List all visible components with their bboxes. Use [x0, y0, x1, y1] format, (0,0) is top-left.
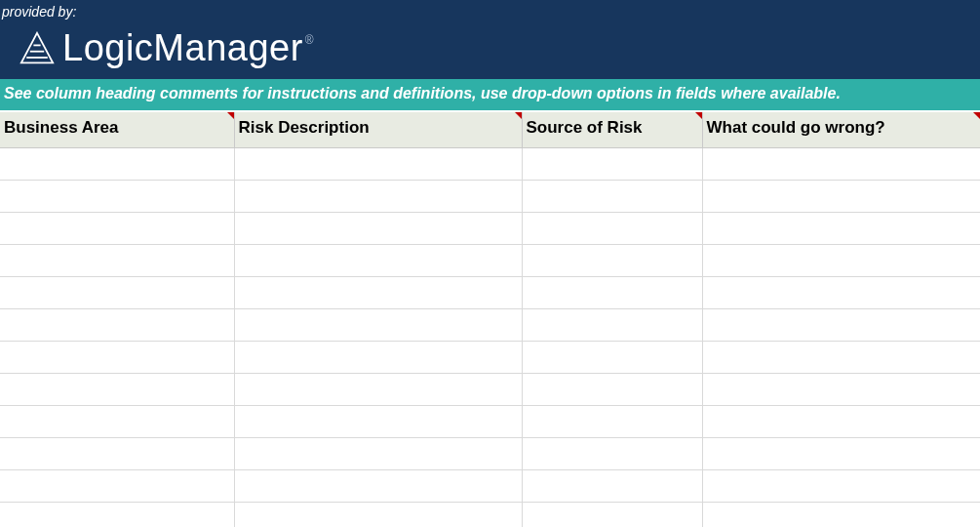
cell[interactable] [234, 213, 522, 245]
provided-by-label: provided by: [0, 4, 980, 21]
col-header-risk-description[interactable]: Risk Description [234, 112, 522, 148]
cell[interactable] [522, 245, 702, 277]
cell[interactable] [0, 342, 234, 374]
instruction-bar: See column heading comments for instruct… [0, 79, 980, 112]
cell[interactable] [0, 213, 234, 245]
logicmanager-logo-icon [20, 31, 55, 66]
col-header-source-of-risk[interactable]: Source of Risk [522, 112, 702, 148]
cell[interactable] [702, 181, 980, 213]
cell[interactable] [522, 277, 702, 309]
cell[interactable] [0, 503, 234, 528]
table-row [0, 342, 980, 374]
cell[interactable] [0, 470, 234, 503]
cell[interactable] [522, 148, 702, 181]
header-banner: provided by: LogicManager® [0, 0, 980, 79]
cell[interactable] [0, 309, 234, 342]
cell[interactable] [234, 277, 522, 309]
cell[interactable] [234, 309, 522, 342]
cell[interactable] [522, 406, 702, 438]
cell[interactable] [702, 374, 980, 406]
table-row [0, 213, 980, 245]
cell[interactable] [522, 438, 702, 470]
comment-marker-icon[interactable] [695, 112, 702, 119]
registered-mark: ® [305, 33, 314, 47]
comment-marker-icon[interactable] [227, 112, 234, 119]
cell[interactable] [702, 277, 980, 309]
col-header-label: Business Area [4, 118, 118, 137]
cell[interactable] [234, 374, 522, 406]
cell[interactable] [234, 406, 522, 438]
col-header-what-could-go-wrong[interactable]: What could go wrong? [702, 112, 980, 148]
table-row [0, 148, 980, 181]
cell[interactable] [234, 148, 522, 181]
cell[interactable] [702, 148, 980, 181]
cell[interactable] [0, 438, 234, 470]
cell[interactable] [234, 503, 522, 528]
cell[interactable] [702, 438, 980, 470]
risk-table: Business Area Risk Description Source of… [0, 112, 980, 527]
table-row [0, 374, 980, 406]
cell[interactable] [234, 438, 522, 470]
comment-marker-icon[interactable] [515, 112, 522, 119]
cell[interactable] [702, 470, 980, 503]
table-body [0, 148, 980, 528]
cell[interactable] [0, 277, 234, 309]
cell[interactable] [234, 245, 522, 277]
cell[interactable] [522, 342, 702, 374]
table-row [0, 470, 980, 503]
cell[interactable] [234, 342, 522, 374]
table-row [0, 438, 980, 470]
cell[interactable] [702, 245, 980, 277]
cell[interactable] [522, 503, 702, 528]
col-header-label: Source of Risk [527, 118, 643, 137]
cell[interactable] [234, 181, 522, 213]
cell[interactable] [0, 148, 234, 181]
cell[interactable] [702, 309, 980, 342]
table-row [0, 406, 980, 438]
cell[interactable] [522, 374, 702, 406]
logo-text-part1: Logic [62, 27, 153, 68]
cell[interactable] [522, 470, 702, 503]
cell[interactable] [0, 245, 234, 277]
logo-text-part2: Manager [153, 27, 302, 68]
cell[interactable] [0, 181, 234, 213]
cell[interactable] [234, 470, 522, 503]
cell[interactable] [0, 374, 234, 406]
col-header-label: Risk Description [239, 118, 370, 137]
cell[interactable] [702, 213, 980, 245]
table-row [0, 277, 980, 309]
table-row [0, 503, 980, 528]
logo-text: LogicManager® [62, 27, 314, 69]
cell[interactable] [0, 406, 234, 438]
table-row [0, 181, 980, 213]
col-header-business-area[interactable]: Business Area [0, 112, 234, 148]
cell[interactable] [702, 342, 980, 374]
table-row [0, 309, 980, 342]
comment-marker-icon[interactable] [973, 112, 980, 119]
cell[interactable] [522, 213, 702, 245]
cell[interactable] [522, 181, 702, 213]
cell[interactable] [702, 503, 980, 528]
col-header-label: What could go wrong? [707, 118, 885, 137]
cell[interactable] [702, 406, 980, 438]
logo: LogicManager® [0, 21, 980, 69]
cell[interactable] [522, 309, 702, 342]
table-row [0, 245, 980, 277]
table-header-row: Business Area Risk Description Source of… [0, 112, 980, 148]
